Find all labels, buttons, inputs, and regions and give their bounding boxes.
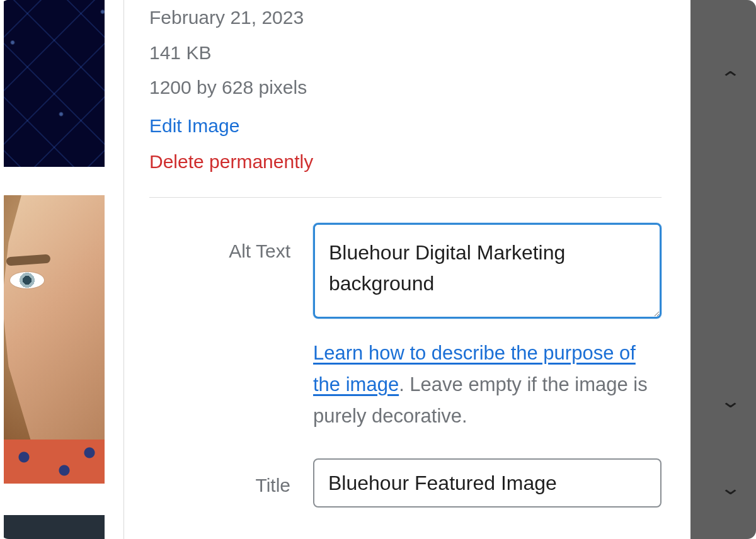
title-label: Title [149, 458, 313, 499]
attachment-details-panel: ⌄ ⌄ ⌄ February 21, 2023 141 KB 1200 by 6… [0, 0, 756, 539]
attachment-details: February 21, 2023 141 KB 1200 by 628 pix… [123, 0, 687, 539]
chevron-up-icon[interactable]: ⌄ [719, 68, 742, 87]
media-thumbnail[interactable] [4, 515, 105, 539]
delete-permanently-link[interactable]: Delete permanently [149, 144, 313, 179]
media-thumbnail-column [0, 0, 123, 539]
attachment-meta: February 21, 2023 141 KB 1200 by 628 pix… [124, 0, 687, 179]
media-thumbnail[interactable] [4, 195, 105, 484]
chevron-down-icon[interactable]: ⌄ [719, 479, 742, 497]
media-thumbnail[interactable] [4, 0, 105, 167]
title-row: Title [149, 458, 662, 508]
attachment-date: February 21, 2023 [149, 0, 662, 35]
edit-image-link[interactable]: Edit Image [149, 108, 239, 144]
attachment-form: Alt Text Learn how to describe the purpo… [124, 198, 687, 508]
portrait-placeholder [4, 195, 105, 484]
editor-sidebar-background: ⌄ ⌄ ⌄ [690, 0, 756, 539]
attachment-actions: Edit Image Delete permanently [149, 108, 662, 179]
alt-text-row: Alt Text Learn how to describe the purpo… [149, 223, 662, 433]
attachment-dimensions: 1200 by 628 pixels [149, 70, 662, 105]
chevron-down-icon[interactable]: ⌄ [719, 392, 742, 411]
alt-text-input[interactable] [313, 223, 662, 319]
grid-pattern-icon [4, 0, 105, 167]
alt-text-label: Alt Text [149, 223, 313, 264]
alt-text-help: Learn how to describe the purpose of the… [313, 338, 662, 433]
title-input[interactable] [313, 458, 662, 508]
attachment-file-size: 141 KB [149, 35, 662, 71]
